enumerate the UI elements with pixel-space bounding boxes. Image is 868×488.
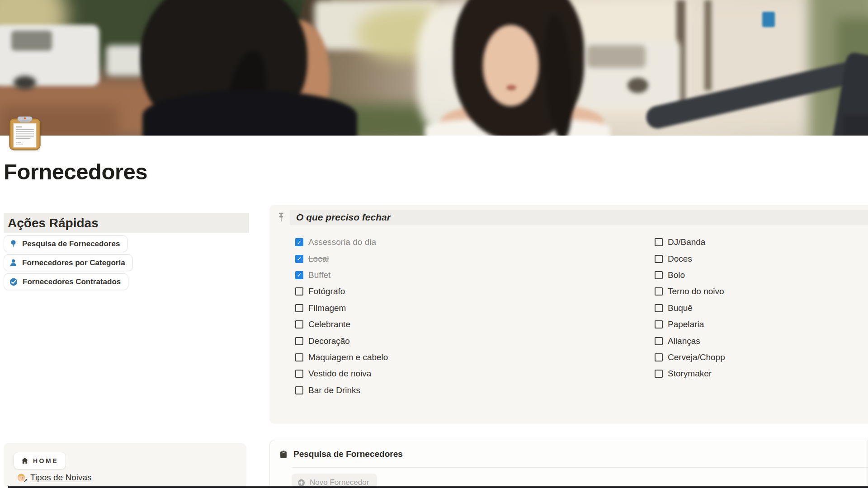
todo-label: Filmagem [308,303,346,313]
todo-item[interactable]: Decoração [295,333,388,349]
checkbox-unchecked[interactable] [655,337,663,345]
checklist-column-left: ✓Assessoria do dia ✓Local ✓Buffet Fotógr… [295,234,388,399]
todo-label: Bar de Drinks [308,385,360,395]
todo-label: Fotógrafo [308,286,345,296]
todo-item[interactable]: Terno do noivo [655,283,725,300]
checklist-title: O que preciso fechar [290,212,391,223]
person-icon [9,259,17,267]
round-pushpin-icon [9,240,17,248]
cover-shape-mirror [627,78,648,93]
checkbox-unchecked[interactable] [655,353,663,361]
checkbox-unchecked[interactable] [655,238,663,246]
button-label: Pesquisa de Fornecedores [22,239,120,249]
todo-item[interactable]: Vestido de noiva [295,366,388,382]
button-label: Fornecedores por Categoria [22,258,125,267]
todo-label: Vestido de noiva [308,369,371,379]
cover-shape-trash-bin [762,12,775,27]
checkbox-unchecked[interactable] [655,271,663,279]
todo-label: Buquê [668,303,693,313]
todo-item[interactable]: Maquiagem e cabelo [295,349,388,366]
checkbox-unchecked[interactable] [295,320,303,328]
checkbox-unchecked[interactable] [295,287,303,296]
todo-label: Terno do noivo [668,286,724,296]
checkbox-unchecked[interactable] [295,304,303,312]
checklist-column-right: DJ/Banda Doces Bolo Terno do noivo Buquê… [655,234,725,382]
todo-item[interactable]: Alianças [655,333,725,349]
checkbox-unchecked[interactable] [295,353,303,361]
todo-item[interactable]: DJ/Banda [655,234,725,250]
todo-label: Bolo [668,270,685,280]
todo-item[interactable]: Bolo [655,267,725,283]
cover-shape-car-door [843,115,868,136]
home-button[interactable]: HOME [14,452,66,469]
home-icon [21,457,28,464]
cover-shape-bride-lips [506,85,516,90]
todo-item[interactable]: Celebrante [295,316,388,333]
todo-label: Assessoria do dia [308,237,376,247]
checkbox-unchecked[interactable] [655,304,663,312]
todo-label: DJ/Banda [668,237,705,247]
plus-circle-icon [297,479,305,487]
checkbox-unchecked[interactable] [295,386,303,394]
home-label: HOME [33,457,58,465]
todo-item[interactable]: Storymaker [655,366,725,382]
button-fornecedores-contratados[interactable]: Fornecedores Contratados [4,273,128,290]
todo-item[interactable]: Buquê [655,300,725,316]
todo-label: Decoração [308,336,350,346]
cover-shape-car-window [587,45,646,68]
button-pesquisa-de-fornecedores[interactable]: Pesquisa de Fornecedores [4,235,127,252]
button-label: Fornecedores Contratados [23,277,121,286]
page-title[interactable]: Fornecedores [4,159,147,184]
check-circle-icon [9,278,18,286]
todo-item[interactable]: ✓Local [295,250,388,267]
todo-label: Maquiagem e cabelo [308,352,388,362]
todo-item[interactable]: ✓Assessoria do dia [295,234,388,250]
button-fornecedores-por-categoria[interactable]: Fornecedores por Categoria [4,254,133,271]
todo-label: Storymaker [668,369,712,379]
cover-shape-truck-window [11,31,52,51]
search-card-header: Pesquisa de Fornecedores [279,449,403,459]
cover-image[interactable] [0,0,868,136]
next-block-image-edge [8,486,868,488]
checkbox-unchecked[interactable] [655,287,663,296]
todo-item[interactable]: Cerveja/Chopp [655,349,725,366]
checkbox-unchecked[interactable] [655,255,663,263]
search-card-title: Pesquisa de Fornecedores [293,449,403,459]
link-arrow-icon: ↗ [23,478,28,484]
todo-item[interactable]: Filmagem [295,300,388,316]
checklist-header-bar: O que preciso fechar [290,210,868,225]
cover-shape-car [106,45,145,76]
todo-label: Doces [668,254,692,264]
todo-item[interactable]: Fotógrafo [295,283,388,300]
todo-item[interactable]: Papelaria [655,316,725,333]
card-divider [292,467,868,468]
checkbox-checked[interactable]: ✓ [295,271,303,279]
todo-item[interactable]: Bar de Drinks [295,382,388,399]
notion-page: Fornecedores Ações Rápidas Pesquisa de F… [0,0,868,488]
todo-item[interactable]: ✓Buffet [295,267,388,283]
todo-label: Papelaria [668,319,704,329]
todo-label: Buffet [308,270,330,280]
cover-shape-bride-face [483,25,539,106]
quick-actions-header: Ações Rápidas [4,213,249,233]
page-icon-clipboard[interactable] [8,116,42,152]
pushpin-icon [278,212,285,223]
cover-shape-truck-wheel [14,76,36,89]
todo-label: Local [308,254,329,264]
checkbox-checked[interactable]: ✓ [295,255,303,263]
checklist-panel: O que preciso fechar ✓Assessoria do dia … [269,205,868,424]
search-card: Pesquisa de Fornecedores Novo Fornecedor [269,440,868,488]
checkbox-unchecked[interactable] [295,370,303,378]
checkbox-unchecked[interactable] [655,320,663,328]
cover-shape-tree-trunk [704,0,712,90]
link-label: Tipos de Noivas [30,473,92,483]
checkbox-checked[interactable]: ✓ [295,238,303,246]
bride-emoji-icon: ↗ [16,473,26,483]
checkbox-unchecked[interactable] [655,370,663,378]
clipboard-icon [279,450,288,459]
footer-nav-panel: HOME ↗ Tipos de Noivas [4,443,246,488]
quick-actions-heading: Ações Rápidas [4,216,99,230]
todo-item[interactable]: Doces [655,250,725,267]
link-tipos-de-noivas[interactable]: ↗ Tipos de Noivas [16,473,92,483]
checkbox-unchecked[interactable] [295,337,303,345]
